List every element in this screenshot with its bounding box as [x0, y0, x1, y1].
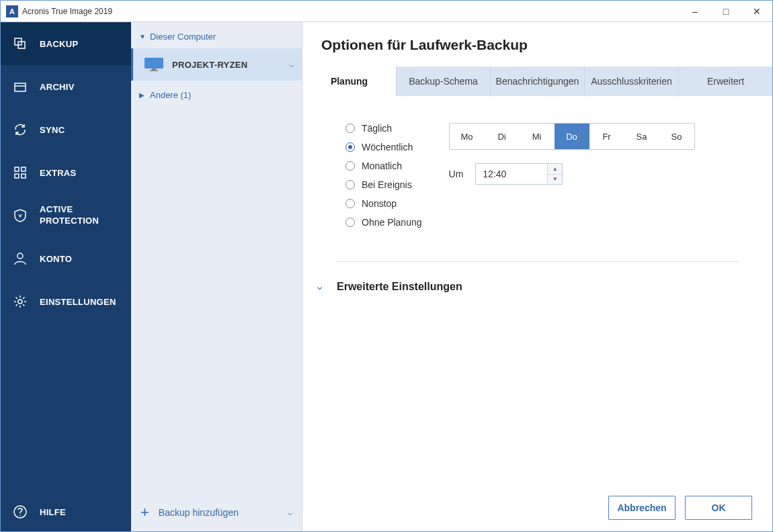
day-do[interactable]: Do	[555, 124, 589, 149]
sidebar-label-hilfe: HILFE	[40, 507, 66, 517]
radio-no-schedule[interactable]: Ohne Planung	[345, 217, 422, 228]
sidebar-label-konto: KONTO	[40, 254, 72, 264]
svg-rect-13	[152, 69, 156, 70]
sidebar-item-extras[interactable]: EXTRAS	[1, 151, 131, 194]
tab-benachrichtigungen[interactable]: Benachrichtigungen	[491, 66, 585, 96]
chevron-down-icon: ⌵	[317, 282, 322, 292]
gear-icon	[13, 294, 28, 309]
ok-button[interactable]: OK	[685, 496, 752, 520]
radio-on-event[interactable]: Bei Ereignis	[345, 179, 422, 190]
plus-icon: +	[140, 504, 149, 521]
spin-up-button[interactable]: ▲	[548, 164, 562, 175]
sidebar-item-hilfe[interactable]: HILFE	[1, 492, 131, 532]
day-so[interactable]: So	[659, 124, 694, 149]
schedule-radio-group: Täglich Wöchentlich Monatlich Bei Ereign…	[336, 123, 422, 228]
sidebar: BACKUP ARCHIV SYNC EXTRAS ACTIVEPROTECTI…	[1, 22, 131, 532]
titlebar: A Acronis True Image 2019 – □ ✕	[1, 1, 772, 22]
chevron-down-icon[interactable]: ⌵	[289, 60, 294, 69]
dialog-footer: Abbrechen OK	[302, 484, 772, 532]
minimize-button[interactable]: –	[680, 1, 710, 22]
svg-point-8	[17, 253, 23, 259]
time-value[interactable]: 12:40	[476, 164, 547, 184]
weekday-picker: Mo Di Mi Do Fr Sa So	[449, 123, 695, 150]
radio-label: Bei Ereignis	[362, 179, 412, 190]
sidebar-item-active-protection[interactable]: ACTIVEPROTECTION	[1, 194, 131, 237]
help-icon	[13, 504, 28, 519]
caret-down-icon: ▼	[139, 33, 146, 40]
window-title: Acronis True Image 2019	[22, 7, 680, 16]
svg-rect-5	[22, 167, 26, 171]
cancel-button[interactable]: Abbrechen	[608, 496, 676, 520]
sidebar-item-backup[interactable]: BACKUP	[1, 22, 131, 65]
add-backup-button[interactable]: + Backup hinzufügen ⌵	[131, 493, 302, 532]
group-other[interactable]: ▶ Andere (1)	[131, 81, 302, 109]
group-this-computer[interactable]: ▼ Dieser Computer	[131, 22, 302, 48]
radio-dot	[345, 124, 355, 133]
radio-dot	[345, 199, 355, 208]
add-backup-label: Backup hinzufügen	[159, 507, 288, 518]
radio-dot	[345, 218, 355, 227]
radio-monthly[interactable]: Monatlich	[345, 161, 422, 171]
chevron-down-icon[interactable]: ⌵	[288, 508, 292, 517]
maximize-button[interactable]: □	[710, 1, 741, 22]
backup-list-panel: ▼ Dieser Computer PROJEKT-RYZEN ⌵ ▶ Ande…	[131, 22, 302, 532]
shield-icon	[13, 208, 28, 223]
sidebar-item-konto[interactable]: KONTO	[1, 237, 131, 280]
app-logo: A	[6, 5, 18, 17]
advanced-settings-label: Erweiterte Einstellungen	[337, 281, 462, 293]
spin-down-button[interactable]: ▼	[548, 175, 562, 185]
radio-label: Ohne Planung	[362, 217, 422, 228]
radio-dot	[345, 180, 355, 189]
radio-label: Monatlich	[362, 161, 402, 171]
svg-rect-4	[15, 167, 19, 171]
tab-erweitert[interactable]: Erweitert	[679, 66, 772, 96]
day-di[interactable]: Di	[485, 124, 520, 149]
advanced-settings-toggle[interactable]: ⌵ Erweiterte Einstellungen	[336, 281, 739, 293]
radio-nonstop[interactable]: Nonstop	[345, 198, 422, 209]
backup-icon	[13, 36, 28, 51]
backup-item-label: PROJEKT-RYZEN	[172, 60, 289, 70]
close-button[interactable]: ✕	[741, 1, 772, 22]
sidebar-label-einstellungen: EINSTELLUNGEN	[40, 297, 116, 307]
radio-weekly[interactable]: Wöchentlich	[345, 142, 422, 152]
time-input[interactable]: 12:40 ▲ ▼	[475, 163, 563, 185]
sidebar-item-archiv[interactable]: ARCHIV	[1, 65, 131, 108]
svg-rect-12	[145, 58, 163, 69]
time-at-label: Um	[449, 169, 464, 179]
day-mi[interactable]: Mi	[520, 124, 555, 149]
radio-daily[interactable]: Täglich	[345, 123, 422, 134]
svg-point-11	[19, 515, 21, 516]
tab-backup-schema[interactable]: Backup-Schema	[397, 66, 491, 96]
sidebar-label-ap: ACTIVEPROTECTION	[40, 204, 99, 227]
sidebar-label-sync: SYNC	[40, 125, 65, 135]
svg-rect-6	[15, 174, 19, 178]
tab-planung[interactable]: Planung	[302, 66, 397, 96]
radio-label: Täglich	[362, 123, 392, 134]
extras-icon	[13, 165, 28, 180]
day-sa[interactable]: Sa	[624, 124, 659, 149]
radio-dot	[345, 161, 355, 171]
radio-dot	[345, 142, 355, 152]
page-title: Optionen für Laufwerk-Backup	[302, 22, 772, 66]
sidebar-label-archiv: ARCHIV	[40, 82, 75, 92]
archive-icon	[13, 79, 28, 94]
svg-point-9	[18, 300, 22, 304]
content-area: Optionen für Laufwerk-Backup Planung Bac…	[302, 22, 772, 532]
monitor-icon	[144, 57, 164, 72]
account-icon	[13, 251, 28, 266]
sidebar-item-einstellungen[interactable]: EINSTELLUNGEN	[1, 280, 131, 323]
day-fr[interactable]: Fr	[589, 124, 624, 149]
radio-label: Nonstop	[362, 198, 397, 209]
group-label: Dieser Computer	[150, 32, 216, 42]
caret-right-icon: ▶	[139, 91, 145, 99]
day-mo[interactable]: Mo	[450, 124, 485, 149]
backup-item-projekt-ryzen[interactable]: PROJEKT-RYZEN ⌵	[131, 48, 302, 81]
svg-rect-14	[150, 70, 158, 71]
svg-rect-7	[22, 174, 26, 178]
sidebar-item-sync[interactable]: SYNC	[1, 108, 131, 151]
sidebar-label-extras: EXTRAS	[40, 168, 77, 178]
sidebar-label-backup: BACKUP	[40, 39, 78, 49]
radio-label: Wöchentlich	[362, 142, 413, 152]
tab-ausschlusskriterien[interactable]: Ausschlusskriterien	[585, 66, 679, 96]
svg-rect-2	[15, 83, 26, 91]
